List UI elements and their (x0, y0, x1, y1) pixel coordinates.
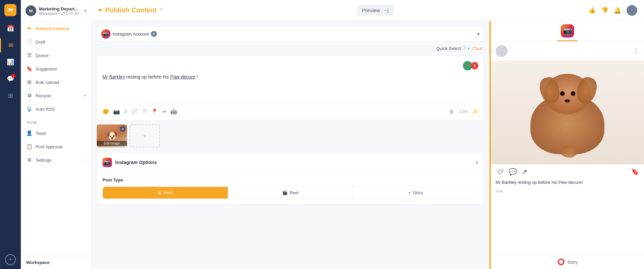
post-type-reel-button[interactable]: 🎬 Reel (228, 187, 353, 199)
post-type-story-icon: + (408, 190, 411, 195)
share-icon[interactable]: ➡ (162, 108, 166, 115)
team-icon: 👤 (26, 130, 32, 136)
ig-comment-icon[interactable]: 💬 (509, 168, 517, 176)
quick-select-label: Quick Select (436, 46, 461, 51)
account-chip: 📷 Instagram Account ✕ (101, 29, 157, 39)
ai-icon[interactable]: 🤖 (170, 108, 177, 115)
quick-select-bar: Quick Select ⓘ ▾ Clear (97, 46, 484, 51)
workspace-label[interactable]: Workspace (26, 260, 86, 265)
text-editor-area: 📍 1 Mr Barkley resting up before his Paw… (97, 55, 484, 120)
edit-image-label[interactable]: Edit Image (97, 141, 127, 146)
media-thumbnail[interactable]: 🐶 ✕ Edit Image (97, 124, 127, 147)
instagram-options-chevron: ∧ (475, 160, 478, 165)
instagram-options-header[interactable]: 📷 Instagram Options ∧ (97, 153, 484, 172)
nav-item-suggestion[interactable]: 🔖 Suggestion (21, 62, 91, 75)
error-count-badge: 1 (471, 62, 478, 69)
preview-ig-header: 📷 (491, 21, 644, 42)
nav-item-recycle[interactable]: ♻ Recycle ▾ (21, 89, 91, 102)
nav-item-team[interactable]: 👤 Team (21, 126, 91, 140)
notification-bell-icon[interactable]: 🔔 (614, 7, 621, 14)
editor-toolbar: 😊 📷 # 📄 ⏱ 📍 ➡ 🤖 🗑 2156 ✨ (102, 104, 478, 115)
ig-like-icon[interactable]: 🤍 (496, 168, 504, 176)
nav-chevron-icon[interactable]: ▾ (84, 8, 86, 13)
remove-media-button[interactable]: ✕ (120, 126, 126, 132)
hashtag-icon[interactable]: # (124, 109, 127, 115)
clear-button[interactable]: Clear (472, 46, 483, 51)
publish-content-icon: ✏ (26, 25, 32, 32)
nav-label-recycle: Recycle (36, 93, 51, 98)
nav-item-auto-rss[interactable]: 📡 Auto RSS (21, 102, 91, 116)
ig-share-icon[interactable]: ↗ (522, 168, 527, 176)
story-tab-content: ⭕ Story (557, 258, 577, 266)
workspace-section: Workspace (21, 256, 91, 269)
ig-post-avatar (496, 45, 508, 57)
thumbs-down-icon[interactable]: 👎 (601, 7, 608, 14)
nav-item-queue[interactable]: ☰ Queue (21, 49, 91, 62)
org-avatar: M (26, 5, 36, 16)
nav-header: M Marketing Depart... Workspace • UTC-07… (21, 0, 91, 22)
preview-panel: 📷 ⋮ (489, 21, 644, 269)
nav-item-bulk-upload[interactable]: ⊞ Bulk Upload (21, 75, 91, 89)
timer-icon[interactable]: ⏱ (142, 109, 147, 115)
post-type-story-button[interactable]: + Story (353, 187, 478, 199)
instagram-options-icon: 📷 (102, 158, 112, 167)
sidebar-item-publish[interactable]: ✉ (0, 38, 21, 52)
emoji-icon[interactable]: 😊 (102, 108, 109, 115)
ig-caption: Mr Barkley resting up before his Paw-dec… (491, 178, 644, 189)
add-media-button[interactable]: + (130, 124, 160, 147)
post-type-reel-icon: 🎬 (282, 190, 288, 195)
help-icon[interactable]: ? (159, 7, 162, 13)
preview-ig-tab[interactable]: 📷 (557, 24, 577, 41)
nav-item-draft[interactable]: 📄 Draft (21, 35, 91, 49)
org-subtitle: Workspace • UTC-07:00 (39, 11, 79, 15)
text-mr: Mr (102, 74, 108, 79)
sidebar-item-calendar[interactable]: 📅 (3, 21, 17, 36)
ig-logo-small: 📷 (103, 31, 109, 37)
nav-item-publish-content[interactable]: ✏ Publish Content (21, 22, 91, 35)
nav-label-draft: Draft (36, 40, 45, 45)
suggestion-icon: 🔖 (26, 66, 32, 72)
nav-label-settings: Settings (36, 158, 51, 163)
ig-post-image (491, 60, 644, 164)
main-content: ✏ Publish Content ? Preview →| 👍 👎 🔔 (91, 0, 644, 269)
ig-post: ⋮ (491, 42, 644, 197)
text-file-icon[interactable]: 📄 (131, 108, 138, 115)
quick-select-button[interactable]: Quick Select ⓘ ▾ (436, 46, 470, 51)
post-type-post-button[interactable]: ⊞ Post (103, 187, 228, 199)
thumbs-up-icon[interactable]: 👍 (588, 7, 596, 14)
char-count: 2156 (459, 109, 468, 114)
post-type-selector: ⊞ Post 🎬 Reel + Story (102, 186, 478, 199)
ig-bookmark-icon[interactable]: 🔖 (631, 168, 639, 176)
nav-panel: M Marketing Depart... Workspace • UTC-07… (21, 0, 91, 269)
settings-icon: ⚙ (26, 157, 32, 163)
nav-item-post-approval[interactable]: 📋 Post Approval (21, 140, 91, 153)
media-icon[interactable]: 📷 (113, 108, 120, 115)
preview-button[interactable]: Preview →| (357, 5, 394, 16)
preview-arrow-icon: →| (383, 8, 389, 13)
sidebar-item-bulk[interactable]: ⊞ (3, 89, 17, 103)
ig-post-more-button[interactable]: ⋮ (633, 47, 639, 55)
add-workspace-button[interactable]: + (5, 254, 16, 265)
location-icon[interactable]: 📍 (151, 108, 158, 115)
sidebar-item-analytics[interactable]: 📊 (3, 55, 17, 69)
instagram-preview-icon: 📷 (561, 24, 574, 38)
media-row: 🐶 ✕ Edit Image + (97, 124, 484, 149)
account-dropdown-icon[interactable]: ▾ (477, 31, 480, 37)
app-logo[interactable]: ✏ (4, 4, 16, 16)
remove-account-button[interactable]: ✕ (151, 31, 157, 37)
settings-chevron: › (84, 158, 86, 162)
nav-label-queue: Queue (36, 53, 49, 58)
editor-panel: 📷 Instagram Account ✕ ▾ Quick Select ⓘ ▾… (91, 21, 489, 269)
user-avatar[interactable] (627, 5, 637, 16)
instagram-mock-preview: ⋮ (491, 42, 644, 255)
post-type-label: Post Type (102, 177, 478, 182)
sidebar-item-inbox[interactable]: 💬 1 (3, 72, 17, 86)
nav-item-settings[interactable]: ⚙ Settings › (21, 153, 91, 167)
editor-text-content[interactable]: Mr Barkley resting up before his Paw-dec… (102, 73, 478, 100)
sidebar-bottom: + (5, 254, 16, 265)
delete-icon[interactable]: 🗑 (449, 109, 455, 115)
auto-rss-icon: 📡 (26, 106, 32, 112)
ig-actions: 🤍 💬 ↗ 🔖 (491, 164, 644, 178)
nav-label-team: Team (36, 131, 46, 136)
magic-wand-icon[interactable]: ✨ (472, 108, 478, 115)
